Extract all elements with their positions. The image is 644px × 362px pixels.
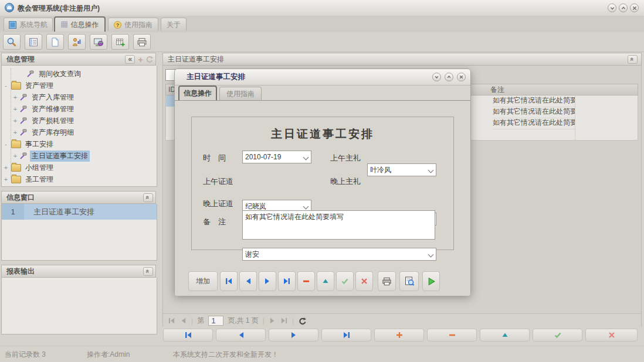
tree-item[interactable]: - 资产管理 [2, 80, 157, 91]
tree-item[interactable]: + 资产入库管理 [2, 91, 157, 103]
tab-about[interactable]: 关于 [161, 18, 187, 31]
page-number-input[interactable] [208, 316, 223, 326]
field-label-pm-presider: 晚上主礼 [330, 176, 361, 187]
dialog-tab-label: 使用指南 [226, 89, 255, 99]
refresh-icon[interactable] [145, 56, 153, 63]
minus-icon [302, 277, 310, 285]
last-icon [343, 331, 351, 339]
last-record-button[interactable] [321, 329, 371, 341]
table-row[interactable]: 如有其它情况请在此处简要填写 [493, 118, 575, 129]
edit-button[interactable] [317, 271, 334, 291]
dialog-tab-user-guide[interactable]: 使用指南 [219, 87, 262, 100]
dialog-maximize-button[interactable] [445, 73, 453, 81]
toolbar [0, 32, 644, 52]
time-select-value: 2010-07-19 [245, 153, 281, 161]
am-presider-select[interactable]: 叶冷风 [367, 163, 436, 176]
edit-record-button[interactable] [480, 329, 530, 341]
tool-icon [19, 152, 28, 160]
chevron-down-icon [609, 5, 616, 12]
collapse-left-button[interactable]: « [125, 55, 135, 64]
triangle-up-icon [321, 277, 330, 285]
collapse-up-button[interactable]: « [143, 193, 153, 202]
tree-item[interactable]: + 资产损耗管理 [2, 115, 157, 127]
tree-item[interactable]: + 资产维修管理 [2, 103, 157, 115]
confirm-button[interactable] [336, 271, 354, 291]
first-button[interactable] [220, 271, 238, 291]
first-page-icon[interactable] [168, 317, 175, 325]
add-record-button[interactable] [374, 329, 424, 341]
separator: | [292, 317, 294, 325]
cancel-button[interactable] [355, 271, 373, 291]
delete-button[interactable] [297, 271, 315, 291]
pm-preacher-select[interactable]: 谢安 [242, 248, 436, 261]
toolbar-search-button[interactable] [3, 34, 21, 50]
remark-textarea[interactable]: 如有其它情况请在此处简要填写 [242, 210, 435, 240]
tab-system-nav[interactable]: 系统导航 [4, 18, 53, 31]
print-button[interactable] [378, 271, 396, 291]
dialog-close-button[interactable] [457, 73, 466, 81]
dialog-tab-info-operate[interactable]: 信息操作 [178, 86, 217, 100]
tree-item[interactable]: 期间收支查询 [2, 68, 157, 80]
printer-icon [382, 276, 392, 286]
next-icon [263, 277, 272, 285]
prev-record-button[interactable] [216, 329, 266, 341]
dialog-minimize-button[interactable] [432, 73, 441, 81]
last-page-icon[interactable] [280, 317, 288, 325]
grid-column-divider [575, 95, 575, 140]
last-button[interactable] [278, 271, 296, 291]
toolbar-person-chart-button[interactable] [68, 34, 86, 50]
first-record-button[interactable] [163, 329, 213, 341]
prev-icon [244, 277, 252, 285]
cancel-record-button[interactable] [585, 329, 638, 341]
tree-item[interactable]: - 事工安排 [2, 138, 157, 150]
add-node-icon[interactable]: + [138, 54, 143, 64]
tab-user-guide[interactable]: ? 使用指南 [108, 18, 158, 31]
confirm-record-button[interactable] [533, 329, 582, 341]
main-panel-title: 主日证道事工安排 [168, 54, 224, 64]
toolbar-printer-button[interactable] [133, 34, 151, 50]
column-header-remark[interactable]: 备注 [490, 85, 504, 95]
collapse-up-button[interactable]: « [628, 55, 638, 64]
first-icon [225, 277, 233, 285]
prev-button[interactable] [239, 271, 257, 291]
window-title: 教会管理系统(非注册用户) [18, 4, 100, 13]
window-minimize-button[interactable] [608, 4, 616, 12]
tab-label: 信息操作 [71, 20, 99, 30]
time-select[interactable]: 2010-07-19 [242, 151, 311, 163]
chevron-down-icon [428, 252, 434, 258]
prev-page-icon[interactable] [179, 317, 187, 325]
table-row[interactable]: 如有其它情况请在此处简要填写 [493, 107, 575, 118]
toolbar-form-button[interactable] [25, 34, 42, 50]
info-panel-title: 信息管理 [6, 54, 35, 64]
tree-item[interactable]: + 圣工管理 [2, 173, 157, 185]
tree-item-selected[interactable]: + 主日证道事工安排 [2, 150, 157, 162]
print-preview-icon [404, 276, 415, 286]
toolbar-table-add-button[interactable] [111, 34, 129, 50]
windows-panel-title: 信息窗口 [6, 193, 35, 203]
next-button[interactable] [259, 271, 276, 291]
window-close-button[interactable] [630, 4, 639, 12]
next-page-icon[interactable] [269, 317, 276, 325]
run-button[interactable] [422, 271, 440, 291]
add-button[interactable]: 增加 [188, 271, 218, 291]
delete-record-button[interactable] [427, 329, 477, 341]
chevron-down-icon [428, 168, 434, 173]
collapse-up-button[interactable]: « [143, 267, 153, 276]
dialog-title-bar[interactable]: 主日证道事工安排 [175, 69, 470, 86]
document-icon [50, 37, 60, 47]
close-icon [458, 74, 465, 80]
toolbar-document-button[interactable] [46, 34, 64, 50]
next-record-button[interactable] [269, 329, 318, 341]
tab-info-operate[interactable]: 信息操作 [54, 16, 106, 32]
chevron-up-icon [446, 74, 452, 80]
window-maximize-button[interactable] [619, 4, 628, 12]
toolbar-monitor-globe-button[interactable] [90, 34, 107, 50]
table-row[interactable]: 如有其它情况请在此处简要填写 [493, 95, 575, 107]
window-list-item[interactable]: 1 主日证道事工安排 [2, 204, 157, 220]
tree-item[interactable]: + 小组管理 [2, 162, 157, 173]
status-operator: 操作者:Admin [87, 350, 130, 360]
refresh-icon[interactable] [298, 317, 306, 325]
tool-icon [26, 70, 35, 78]
tree-item[interactable]: + 资产库存明细 [2, 127, 157, 138]
preview-button[interactable] [399, 271, 419, 291]
